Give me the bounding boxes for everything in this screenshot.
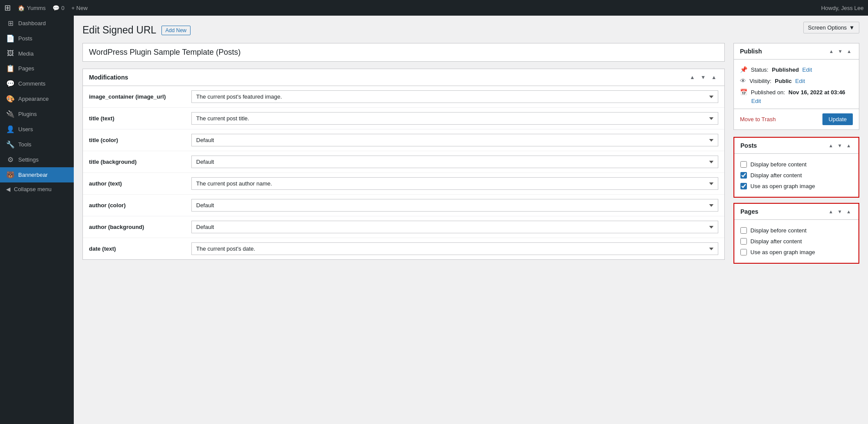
posts-box: Posts ▲ ▼ ▲ Display before content Displ…: [733, 137, 859, 198]
published-edit-link[interactable]: Edit: [751, 98, 761, 104]
sidebar-item-tools[interactable]: 🔧 Tools: [0, 137, 74, 152]
visibility-icon: 👁: [740, 77, 746, 84]
sidebar-item-comments[interactable]: 💬 Comments: [0, 76, 74, 91]
pages-box-header: Pages ▲ ▼ ▲: [734, 204, 858, 220]
posts-checkbox-posts-after[interactable]: [740, 172, 747, 179]
sidebar-item-appearance[interactable]: 🎨 Appearance: [0, 91, 74, 106]
posts-minimize-button[interactable]: ▲: [845, 142, 852, 149]
mod-row: title (background) Default: [83, 151, 724, 173]
modifications-controls: ▲ ▼ ▲: [688, 73, 718, 81]
add-new-button[interactable]: Add New: [161, 26, 191, 35]
collapse-menu[interactable]: ◀ Collapse menu: [0, 182, 74, 196]
mod-select-4[interactable]: The current post author name.: [191, 177, 718, 190]
pages-checkbox-label: Use as open graph image: [750, 249, 815, 255]
pages-checkbox-pages-before[interactable]: [740, 227, 747, 234]
publish-minimize-button[interactable]: ▲: [845, 48, 853, 55]
mod-select-1[interactable]: The current post title.: [191, 112, 718, 125]
mod-select-0[interactable]: The current post's featured image.: [191, 90, 718, 103]
pages-minimize-button[interactable]: ▲: [845, 208, 852, 215]
collapse-up-button[interactable]: ▲: [688, 73, 697, 81]
posts-box-header: Posts ▲ ▼ ▲: [734, 138, 858, 154]
publish-up-button[interactable]: ▲: [828, 48, 835, 55]
sidebar-item-media[interactable]: 🖼 Media: [0, 46, 74, 61]
posts-checkbox-label: Use as open graph image: [750, 183, 815, 189]
visibility-value: Public: [775, 78, 792, 84]
sidebar-item-settings[interactable]: ⚙ Settings: [0, 152, 74, 167]
publish-body: 📌 Status: Published Edit 👁 Visibility: P…: [734, 60, 859, 109]
sidebar-item-bannerbear[interactable]: 🐻 Bannerbear: [0, 167, 74, 182]
sidebar-item-posts[interactable]: 📄 Posts: [0, 31, 74, 46]
status-icon: 📌: [740, 66, 747, 73]
appearance-icon: 🎨: [6, 95, 15, 103]
publish-header: Publish ▲ ▼ ▲: [734, 43, 859, 60]
sidebar-item-plugins[interactable]: 🔌 Plugins: [0, 106, 74, 122]
status-label: Status:: [751, 66, 768, 73]
status-row: 📌 Status: Published Edit: [740, 64, 853, 75]
published-label: Published on:: [751, 89, 785, 96]
posts-up-button[interactable]: ▲: [827, 142, 835, 149]
pages-checkbox-label: Display after content: [750, 238, 802, 245]
adminbar-site-link[interactable]: 🏠 Yumms: [18, 5, 46, 11]
modifications-header: Modifications ▲ ▼ ▲: [83, 69, 724, 86]
mod-label: image_container (image_url): [89, 93, 184, 100]
plugins-icon: 🔌: [6, 110, 15, 118]
mod-row: author (background) Default: [83, 216, 724, 238]
visibility-edit-link[interactable]: Edit: [795, 78, 805, 84]
mod-select-2[interactable]: Default: [191, 134, 718, 146]
posts-checkbox-posts-before[interactable]: [740, 161, 747, 168]
wp-logo-icon: ⊞: [4, 3, 11, 13]
screen-options-button[interactable]: Screen Options ▼: [803, 22, 859, 33]
status-value: Published: [772, 66, 799, 73]
page-title: Edit Signed URL: [82, 24, 156, 36]
pages-up-button[interactable]: ▲: [827, 208, 835, 215]
sidebar-item-users[interactable]: 👤 Users: [0, 122, 74, 137]
posts-down-button[interactable]: ▼: [836, 142, 844, 149]
visibility-label: Visibility:: [750, 78, 771, 84]
publish-box: Publish ▲ ▼ ▲ 📌 Status: Published Edit: [733, 43, 859, 130]
dashboard-icon: ⊞: [6, 19, 15, 27]
adminbar-comments[interactable]: 💬 0: [53, 5, 64, 11]
home-icon: 🏠: [18, 5, 25, 11]
pages-checkbox-pages-after[interactable]: [740, 238, 747, 245]
settings-icon: ⚙: [6, 156, 15, 164]
minimize-button[interactable]: ▲: [710, 73, 718, 81]
right-sidebar: Publish ▲ ▼ ▲ 📌 Status: Published Edit: [733, 43, 859, 269]
pages-down-button[interactable]: ▼: [836, 208, 844, 215]
posts-checkbox-row: Use as open graph image: [740, 181, 852, 192]
publish-down-button[interactable]: ▼: [837, 48, 844, 55]
adminbar-new[interactable]: + New: [72, 5, 88, 11]
posts-box-controls: ▲ ▼ ▲: [827, 142, 852, 149]
collapse-icon: ◀: [6, 186, 10, 192]
posts-checkbox-label: Display after content: [750, 172, 802, 179]
comments-icon: 💬: [6, 80, 15, 88]
publish-title: Publish: [740, 48, 762, 55]
main-content: Edit Signed URL Add New Modifications ▲ …: [74, 16, 868, 424]
move-to-trash-link[interactable]: Move to Trash: [740, 116, 776, 123]
mod-label: author (text): [89, 180, 184, 187]
sidebar-item-pages[interactable]: 📋 Pages: [0, 61, 74, 76]
sidebar-item-dashboard[interactable]: ⊞ Dashboard: [0, 16, 74, 31]
published-value: Nov 16, 2022 at 03:46: [789, 89, 845, 96]
posts-checkbox-posts-og[interactable]: [740, 183, 747, 189]
sidebar: ⊞ Dashboard 📄 Posts 🖼 Media 📋 Pages 💬 Co…: [0, 16, 74, 424]
mod-select-6[interactable]: Default: [191, 221, 718, 233]
posts-checkbox-label: Display before content: [750, 161, 806, 168]
collapse-down-button[interactable]: ▼: [699, 73, 707, 81]
page-header: Edit Signed URL Add New: [82, 24, 859, 36]
pages-checkbox-pages-og[interactable]: [740, 249, 747, 255]
title-input[interactable]: [82, 43, 725, 62]
status-edit-link[interactable]: Edit: [802, 66, 812, 73]
update-button[interactable]: Update: [822, 113, 853, 125]
publish-controls: ▲ ▼ ▲: [828, 48, 853, 55]
content-layout: Modifications ▲ ▼ ▲ image_container (ima…: [82, 43, 859, 269]
admin-bar: ⊞ 🏠 Yumms 💬 0 + New Howdy, Jess Lee: [0, 0, 868, 16]
posts-checkbox-row: Display after content: [740, 170, 852, 181]
mod-select-3[interactable]: Default: [191, 156, 718, 168]
editor-column: Modifications ▲ ▼ ▲ image_container (ima…: [82, 43, 725, 267]
mod-row: title (text) The current post title.: [83, 108, 724, 129]
pages-checkbox-row: Display after content: [740, 236, 852, 247]
bannerbear-icon: 🐻: [6, 171, 15, 179]
mod-select-7[interactable]: The current post's date.: [191, 242, 718, 255]
mod-select-5[interactable]: Default: [191, 199, 718, 212]
mod-row: title (color) Default: [83, 129, 724, 151]
